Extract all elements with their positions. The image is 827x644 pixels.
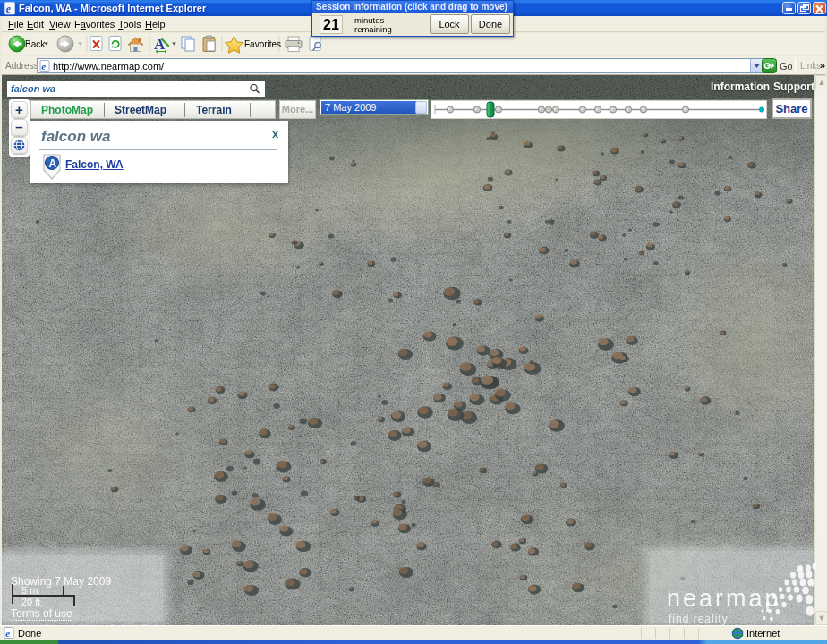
svg-text:A: A <box>154 36 166 53</box>
svg-text:e: e <box>6 3 12 15</box>
svg-text:e: e <box>41 61 46 72</box>
svg-text:e: e <box>5 628 10 639</box>
svg-text:A: A <box>49 157 57 170</box>
